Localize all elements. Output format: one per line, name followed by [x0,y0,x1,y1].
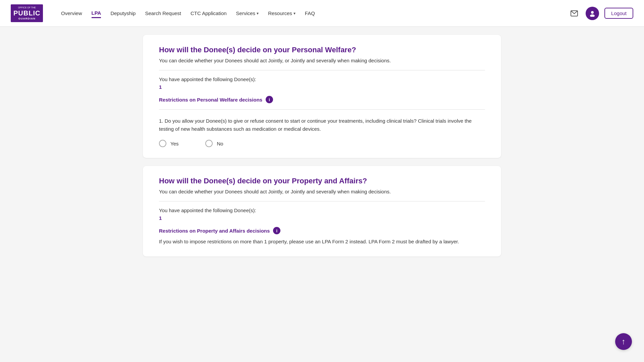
nav-deputyship[interactable]: Deputyship [110,9,136,17]
nav-faq[interactable]: FAQ [305,9,315,17]
info-icon-pa[interactable]: i [273,227,280,234]
services-dropdown-icon: ▾ [257,11,259,16]
nav-lpa[interactable]: LPA [92,9,101,18]
nav-search-request[interactable]: Search Request [145,9,181,17]
divider-1 [159,70,485,70]
radio-yes-label: Yes [170,141,178,146]
property-affairs-description: You can decide whether your Donees shoul… [159,189,485,194]
logo-main-text: PUBLIC [13,9,40,17]
personal-welfare-card: How will the Donee(s) decide on your Per… [143,35,501,158]
donees-label-pw: You have appointed the following Donee(s… [159,76,485,82]
nav-resources[interactable]: Resources ▾ [268,9,296,17]
personal-welfare-title: How will the Donee(s) decide on your Per… [159,46,485,54]
radio-row-pw: Yes No [159,140,485,147]
nav-ctc-application[interactable]: CTC Application [191,9,227,17]
question-block-pw: 1. Do you allow your Donee(s) to give or… [159,117,485,147]
user-avatar[interactable] [586,7,599,20]
info-icon-pw[interactable]: i [266,96,273,103]
nav-overview[interactable]: Overview [61,9,82,17]
main-content: How will the Donee(s) decide on your Per… [138,27,506,285]
radio-no-label: No [217,141,223,146]
email-icon-button[interactable] [568,7,580,19]
logo[interactable]: OFFICE OF THE PUBLIC GUARDIAN [11,4,48,22]
radio-yes-pw[interactable]: Yes [159,140,178,147]
logo-top-text: OFFICE OF THE [13,6,40,9]
nav-services[interactable]: Services ▾ [236,9,259,17]
restriction-link-pa[interactable]: Restrictions on Property and Affairs dec… [159,228,270,234]
svg-point-2 [590,14,595,17]
navbar: OFFICE OF THE PUBLIC GUARDIAN Overview L… [0,0,644,27]
svg-point-1 [591,11,594,14]
divider-3 [159,201,485,201]
resources-dropdown-icon: ▾ [293,11,296,16]
logo-sub-text: GUARDIAN [13,17,40,20]
question-text-pw: 1. Do you allow your Donee(s) to give or… [159,117,485,133]
radio-circle-no [205,140,213,147]
restriction-link-pw[interactable]: Restrictions on Personal Welfare decisio… [159,97,262,103]
nav-actions: Logout [568,7,633,20]
personal-welfare-description: You can decide whether your Donees shoul… [159,58,485,63]
donees-count-pa: 1 [159,215,485,221]
restriction-text-pa: If you wish to impose restrictions on mo… [159,238,485,246]
restriction-row-pw: Restrictions on Personal Welfare decisio… [159,96,485,103]
radio-circle-yes [159,140,166,147]
property-affairs-card: How will the Donee(s) decide on your Pro… [143,166,501,256]
divider-2 [159,109,485,110]
donees-label-pa: You have appointed the following Donee(s… [159,207,485,213]
nav-links: Overview LPA Deputyship Search Request C… [61,9,568,18]
restriction-row-pa: Restrictions on Property and Affairs dec… [159,227,485,234]
property-affairs-title: How will the Donee(s) decide on your Pro… [159,177,485,185]
logout-button[interactable]: Logout [604,8,633,19]
donees-count-pw: 1 [159,84,485,90]
radio-no-pw[interactable]: No [205,140,223,147]
